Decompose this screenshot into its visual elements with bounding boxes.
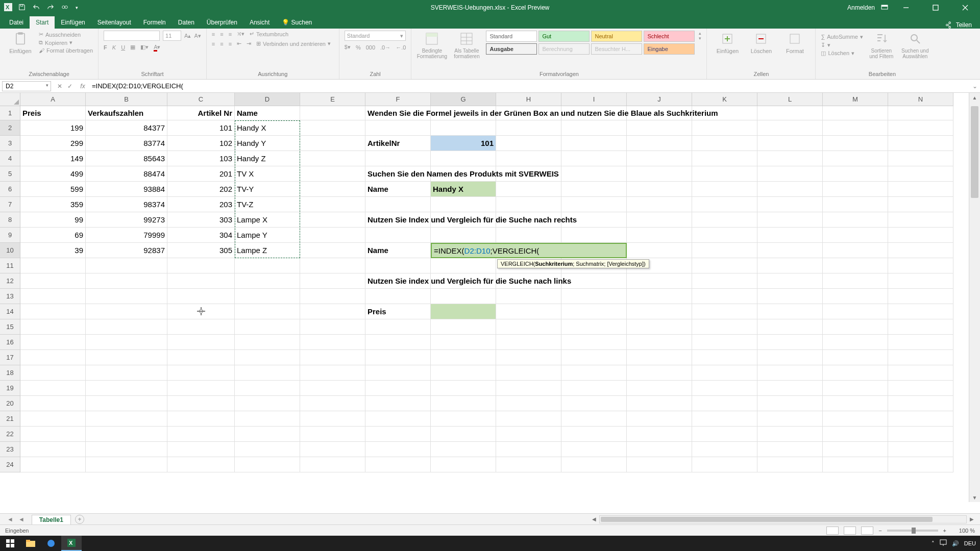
maximize-button[interactable] — [924, 0, 947, 15]
cell-bg[interactable] — [167, 273, 235, 289]
cell-bg[interactable] — [757, 120, 823, 136]
cell-bg[interactable] — [757, 289, 823, 304]
row-header-18[interactable]: 18 — [0, 365, 20, 381]
cell-bg[interactable] — [86, 396, 167, 411]
cell-bg[interactable] — [823, 212, 888, 228]
cell-bg[interactable] — [431, 151, 496, 166]
cell-F5[interactable]: Suchen Sie den Namen des Produkts mit SV… — [365, 166, 825, 182]
cell-bg[interactable] — [86, 427, 167, 442]
share-button[interactable]: Teilen — [956, 21, 972, 29]
cell-bg[interactable] — [365, 151, 431, 166]
cell-bg[interactable] — [300, 197, 365, 212]
cell-bg[interactable] — [20, 335, 86, 350]
style-standard[interactable]: Standard — [486, 31, 537, 42]
cell-bg[interactable] — [561, 120, 627, 136]
cell-bg[interactable] — [365, 197, 431, 212]
cell-bg[interactable] — [888, 381, 953, 396]
redo-icon[interactable] — [47, 4, 54, 12]
cell-bg[interactable] — [888, 335, 953, 350]
cell-bg[interactable] — [692, 258, 757, 273]
cell-bg[interactable] — [561, 411, 627, 427]
cell-B5[interactable]: 88474 — [86, 166, 167, 182]
cell-A7[interactable]: 359 — [20, 197, 86, 212]
cell-bg[interactable] — [823, 228, 888, 243]
wraptext-button[interactable]: ↵Textumbruch — [250, 31, 288, 37]
confirm-edit-icon[interactable]: ✓ — [67, 83, 72, 90]
cell-bg[interactable] — [692, 442, 757, 457]
cell-bg[interactable] — [561, 457, 627, 472]
cell-bg[interactable] — [300, 166, 365, 182]
cell-bg[interactable] — [692, 151, 757, 166]
cell-bg[interactable] — [235, 304, 300, 319]
cell-bg[interactable] — [888, 411, 953, 427]
row-header-17[interactable]: 17 — [0, 350, 20, 365]
cell-B8[interactable]: 99273 — [86, 212, 167, 228]
cell-bg[interactable] — [365, 350, 431, 365]
cell-bg[interactable] — [561, 335, 627, 350]
cell-bg[interactable] — [20, 258, 86, 273]
cell-bg[interactable] — [757, 243, 823, 258]
cell-bg[interactable] — [365, 228, 431, 243]
tray-chevron-icon[interactable]: ˄ — [932, 540, 935, 547]
cell-bg[interactable] — [235, 381, 300, 396]
pagelayout-view-button[interactable] — [844, 527, 856, 535]
cell-bg[interactable] — [300, 350, 365, 365]
cell-bg[interactable] — [496, 304, 561, 319]
cell-bg[interactable] — [757, 197, 823, 212]
cell-bg[interactable] — [823, 350, 888, 365]
cell-bg[interactable] — [365, 396, 431, 411]
cell-bg[interactable] — [300, 289, 365, 304]
cell-bg[interactable] — [365, 319, 431, 335]
cell-bg[interactable] — [235, 258, 300, 273]
cell-bg[interactable] — [757, 136, 823, 151]
sort-filter-button[interactable]: Sortieren und Filtern — [866, 31, 897, 59]
cell-bg[interactable] — [627, 197, 692, 212]
cell-bg[interactable] — [300, 365, 365, 381]
column-header-N[interactable]: N — [888, 93, 953, 106]
cell-bg[interactable] — [692, 427, 757, 442]
close-button[interactable] — [953, 0, 977, 15]
cell-bg[interactable] — [496, 427, 561, 442]
cell-F3[interactable]: ArtikelNr — [365, 136, 431, 151]
cell-bg[interactable] — [431, 427, 496, 442]
cell-bg[interactable] — [757, 228, 823, 243]
row-header-24[interactable]: 24 — [0, 457, 20, 472]
cell-bg[interactable] — [496, 182, 561, 197]
row-header-21[interactable]: 21 — [0, 411, 20, 427]
cell-bg[interactable] — [692, 319, 757, 335]
font-size-input[interactable]: 11 — [163, 31, 181, 41]
column-header-E[interactable]: E — [300, 93, 365, 106]
cell-bg[interactable] — [300, 335, 365, 350]
cell-bg[interactable] — [823, 335, 888, 350]
cell-bg[interactable] — [757, 258, 823, 273]
cell-bg[interactable] — [692, 120, 757, 136]
row-header-2[interactable]: 2 — [0, 120, 20, 136]
cell-bg[interactable] — [167, 289, 235, 304]
cell-bg[interactable] — [627, 442, 692, 457]
cell-bg[interactable] — [235, 396, 300, 411]
formula-input[interactable]: =INDEX(D2:D10;VERGLEICH( — [89, 82, 970, 90]
cell-bg[interactable] — [365, 258, 431, 273]
cell-bg[interactable] — [757, 304, 823, 319]
cell-bg[interactable] — [823, 182, 888, 197]
style-eingabe[interactable]: Eingabe — [644, 43, 695, 55]
cell-bg[interactable] — [757, 365, 823, 381]
cell-bg[interactable] — [300, 228, 365, 243]
cell-bg[interactable] — [167, 381, 235, 396]
cell-bg[interactable] — [496, 442, 561, 457]
indent-inc-icon[interactable]: ⇥ — [247, 40, 251, 47]
cell-bg[interactable] — [365, 427, 431, 442]
cell-bg[interactable] — [823, 396, 888, 411]
cell-bg[interactable] — [235, 457, 300, 472]
cell-bg[interactable] — [86, 258, 167, 273]
cell-D10[interactable]: Lampe Z — [235, 243, 300, 258]
cell-bg[interactable] — [300, 442, 365, 457]
cell-bg[interactable] — [692, 381, 757, 396]
cell-bg[interactable] — [20, 457, 86, 472]
cell-D8[interactable]: Lampe X — [235, 212, 300, 228]
cell-bg[interactable] — [627, 411, 692, 427]
cell-bg[interactable] — [627, 396, 692, 411]
cell-bg[interactable] — [627, 228, 692, 243]
cell-bg[interactable] — [561, 350, 627, 365]
cell-bg[interactable] — [888, 258, 953, 273]
